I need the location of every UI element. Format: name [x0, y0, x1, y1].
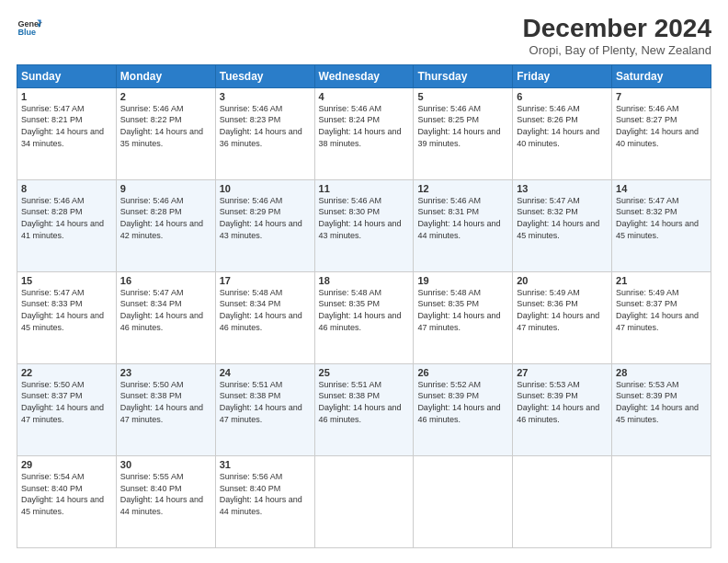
table-row: 7 Sunrise: 5:46 AMSunset: 8:27 PMDayligh…	[612, 87, 711, 179]
col-sunday: Sunday	[17, 64, 117, 87]
day-info: Sunrise: 5:49 AMSunset: 8:36 PMDaylight:…	[517, 288, 599, 332]
header: General Blue December 2024 Oropi, Bay of…	[17, 15, 711, 57]
day-number: 12	[417, 183, 508, 194]
table-row: 28 Sunrise: 5:53 AMSunset: 8:39 PMDaylig…	[612, 363, 711, 455]
day-number: 19	[417, 275, 508, 286]
svg-text:Blue: Blue	[17, 28, 36, 37]
day-info: Sunrise: 5:46 AMSunset: 8:23 PMDaylight:…	[220, 104, 302, 148]
table-row: 14 Sunrise: 5:47 AMSunset: 8:32 PMDaylig…	[612, 179, 711, 271]
table-row: 25 Sunrise: 5:51 AMSunset: 8:38 PMDaylig…	[314, 363, 414, 455]
day-info: Sunrise: 5:46 AMSunset: 8:24 PMDaylight:…	[319, 104, 402, 148]
table-row: 9 Sunrise: 5:46 AMSunset: 8:28 PMDayligh…	[116, 179, 215, 271]
day-number: 4	[319, 91, 410, 102]
day-info: Sunrise: 5:47 AMSunset: 8:32 PMDaylight:…	[517, 196, 599, 240]
day-number: 30	[120, 459, 211, 470]
day-info: Sunrise: 5:46 AMSunset: 8:30 PMDaylight:…	[319, 196, 402, 240]
calendar-header-row: Sunday Monday Tuesday Wednesday Thursday…	[17, 64, 711, 87]
day-number: 6	[517, 91, 608, 102]
day-info: Sunrise: 5:51 AMSunset: 8:38 PMDaylight:…	[220, 380, 302, 424]
table-row: 23 Sunrise: 5:50 AMSunset: 8:38 PMDaylig…	[116, 363, 215, 455]
table-row	[314, 455, 414, 547]
col-friday: Friday	[513, 64, 612, 87]
day-info: Sunrise: 5:48 AMSunset: 8:35 PMDaylight:…	[319, 288, 402, 332]
day-number: 23	[120, 367, 211, 378]
day-number: 7	[616, 91, 707, 102]
day-number: 21	[616, 275, 707, 286]
table-row: 29 Sunrise: 5:54 AMSunset: 8:40 PMDaylig…	[17, 455, 117, 547]
day-info: Sunrise: 5:47 AMSunset: 8:34 PMDaylight:…	[120, 288, 203, 332]
day-info: Sunrise: 5:55 AMSunset: 8:40 PMDaylight:…	[120, 472, 203, 516]
day-info: Sunrise: 5:47 AMSunset: 8:32 PMDaylight:…	[616, 196, 699, 240]
day-number: 27	[517, 367, 608, 378]
table-row: 12 Sunrise: 5:46 AMSunset: 8:31 PMDaylig…	[414, 179, 513, 271]
table-row: 3 Sunrise: 5:46 AMSunset: 8:23 PMDayligh…	[215, 87, 314, 179]
table-row: 21 Sunrise: 5:49 AMSunset: 8:37 PMDaylig…	[612, 271, 711, 363]
col-monday: Monday	[116, 64, 215, 87]
table-row: 8 Sunrise: 5:46 AMSunset: 8:28 PMDayligh…	[17, 179, 117, 271]
day-info: Sunrise: 5:50 AMSunset: 8:37 PMDaylight:…	[21, 380, 104, 424]
day-info: Sunrise: 5:46 AMSunset: 8:22 PMDaylight:…	[120, 104, 203, 148]
subtitle: Oropi, Bay of Plenty, New Zealand	[523, 43, 711, 57]
table-row: 10 Sunrise: 5:46 AMSunset: 8:29 PMDaylig…	[215, 179, 314, 271]
title-area: December 2024 Oropi, Bay of Plenty, New …	[523, 15, 711, 57]
table-row: 4 Sunrise: 5:46 AMSunset: 8:24 PMDayligh…	[314, 87, 414, 179]
day-number: 17	[220, 275, 311, 286]
table-row: 17 Sunrise: 5:48 AMSunset: 8:34 PMDaylig…	[215, 271, 314, 363]
day-info: Sunrise: 5:50 AMSunset: 8:38 PMDaylight:…	[120, 380, 203, 424]
day-number: 18	[319, 275, 410, 286]
day-info: Sunrise: 5:46 AMSunset: 8:26 PMDaylight:…	[517, 104, 599, 148]
col-tuesday: Tuesday	[215, 64, 314, 87]
table-row	[513, 455, 612, 547]
table-row: 13 Sunrise: 5:47 AMSunset: 8:32 PMDaylig…	[513, 179, 612, 271]
table-row: 31 Sunrise: 5:56 AMSunset: 8:40 PMDaylig…	[215, 455, 314, 547]
table-row: 11 Sunrise: 5:46 AMSunset: 8:30 PMDaylig…	[314, 179, 414, 271]
day-number: 14	[616, 183, 707, 194]
day-info: Sunrise: 5:46 AMSunset: 8:28 PMDaylight:…	[120, 196, 203, 240]
day-number: 3	[220, 91, 311, 102]
day-number: 11	[319, 183, 410, 194]
day-info: Sunrise: 5:48 AMSunset: 8:35 PMDaylight:…	[417, 288, 500, 332]
day-number: 29	[21, 459, 112, 470]
day-info: Sunrise: 5:54 AMSunset: 8:40 PMDaylight:…	[21, 472, 104, 516]
day-number: 25	[319, 367, 410, 378]
table-row: 6 Sunrise: 5:46 AMSunset: 8:26 PMDayligh…	[513, 87, 612, 179]
day-info: Sunrise: 5:56 AMSunset: 8:40 PMDaylight:…	[220, 472, 302, 516]
day-info: Sunrise: 5:49 AMSunset: 8:37 PMDaylight:…	[616, 288, 699, 332]
table-row: 1 Sunrise: 5:47 AMSunset: 8:21 PMDayligh…	[17, 87, 117, 179]
table-row: 2 Sunrise: 5:46 AMSunset: 8:22 PMDayligh…	[116, 87, 215, 179]
logo: General Blue	[17, 15, 42, 40]
main-title: December 2024	[523, 15, 711, 43]
table-row: 5 Sunrise: 5:46 AMSunset: 8:25 PMDayligh…	[414, 87, 513, 179]
table-row: 20 Sunrise: 5:49 AMSunset: 8:36 PMDaylig…	[513, 271, 612, 363]
day-number: 31	[220, 459, 311, 470]
day-info: Sunrise: 5:47 AMSunset: 8:33 PMDaylight:…	[21, 288, 104, 332]
day-info: Sunrise: 5:46 AMSunset: 8:27 PMDaylight:…	[616, 104, 699, 148]
day-number: 5	[417, 91, 508, 102]
day-number: 8	[21, 183, 112, 194]
day-info: Sunrise: 5:46 AMSunset: 8:31 PMDaylight:…	[417, 196, 500, 240]
day-number: 24	[220, 367, 311, 378]
day-info: Sunrise: 5:53 AMSunset: 8:39 PMDaylight:…	[616, 380, 699, 424]
day-number: 16	[120, 275, 211, 286]
page: General Blue December 2024 Oropi, Bay of…	[0, 0, 728, 563]
day-info: Sunrise: 5:52 AMSunset: 8:39 PMDaylight:…	[417, 380, 500, 424]
table-row: 22 Sunrise: 5:50 AMSunset: 8:37 PMDaylig…	[17, 363, 117, 455]
table-row: 15 Sunrise: 5:47 AMSunset: 8:33 PMDaylig…	[17, 271, 117, 363]
table-row: 26 Sunrise: 5:52 AMSunset: 8:39 PMDaylig…	[414, 363, 513, 455]
day-info: Sunrise: 5:46 AMSunset: 8:25 PMDaylight:…	[417, 104, 500, 148]
table-row: 19 Sunrise: 5:48 AMSunset: 8:35 PMDaylig…	[414, 271, 513, 363]
calendar-table: Sunday Monday Tuesday Wednesday Thursday…	[17, 64, 711, 548]
day-number: 22	[21, 367, 112, 378]
day-info: Sunrise: 5:47 AMSunset: 8:21 PMDaylight:…	[21, 104, 104, 148]
col-wednesday: Wednesday	[314, 64, 414, 87]
day-number: 1	[21, 91, 112, 102]
table-row: 27 Sunrise: 5:53 AMSunset: 8:39 PMDaylig…	[513, 363, 612, 455]
day-info: Sunrise: 5:46 AMSunset: 8:28 PMDaylight:…	[21, 196, 104, 240]
table-row: 18 Sunrise: 5:48 AMSunset: 8:35 PMDaylig…	[314, 271, 414, 363]
col-saturday: Saturday	[612, 64, 711, 87]
day-number: 15	[21, 275, 112, 286]
day-number: 10	[220, 183, 311, 194]
col-thursday: Thursday	[414, 64, 513, 87]
day-info: Sunrise: 5:53 AMSunset: 8:39 PMDaylight:…	[517, 380, 599, 424]
table-row: 30 Sunrise: 5:55 AMSunset: 8:40 PMDaylig…	[116, 455, 215, 547]
